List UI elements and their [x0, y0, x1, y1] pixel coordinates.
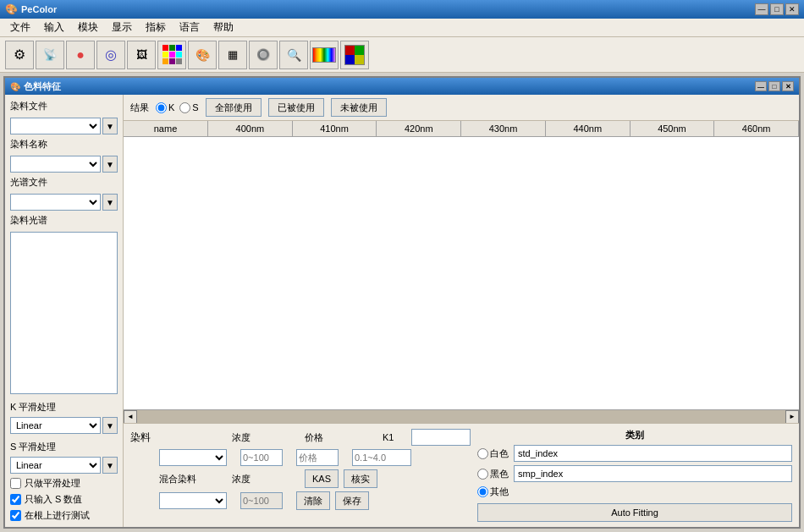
dye-file-dropdown[interactable] — [10, 118, 101, 134]
left-panel: 染料文件 ▼ 染料名称 ▼ 光谱文件 ▼ 染料光谱 K 平滑处理 — [5, 95, 124, 527]
menu-bar: 文件 输入 模块 显示 指标 语言 帮助 — [0, 19, 804, 37]
radio-s-label: S — [192, 102, 198, 112]
radio-k[interactable] — [156, 102, 167, 113]
checkbox-input-s-row: 只输入 S 数值 — [10, 493, 118, 506]
checkbox-smooth-only[interactable] — [10, 478, 21, 489]
right-panel: 结果 K S 全部使用 已被使用 未被使用 — [124, 95, 799, 527]
horizontal-scrollbar[interactable]: ◄ ► — [124, 409, 799, 423]
grid-color-icon[interactable] — [157, 41, 186, 69]
dye-select[interactable] — [159, 449, 227, 466]
sub-maximize-button[interactable]: □ — [768, 81, 780, 91]
menu-module[interactable]: 模块 — [71, 19, 105, 36]
smp-index-input[interactable] — [514, 465, 792, 482]
target-icon[interactable]: ◎ — [96, 41, 125, 69]
color-box-icon[interactable] — [340, 41, 369, 69]
checkbox-test-root[interactable] — [10, 510, 21, 521]
remote-icon[interactable]: 📡 — [36, 41, 64, 69]
mixed-conc-input[interactable] — [240, 492, 283, 509]
radio-black[interactable] — [477, 469, 488, 480]
menu-input[interactable]: 输入 — [37, 19, 71, 36]
clear-button[interactable]: 清除 — [296, 491, 330, 510]
s-smooth-btn[interactable]: ▼ — [102, 457, 118, 474]
dye-file-btn[interactable]: ▼ — [102, 118, 118, 134]
col-460nm: 460nm — [714, 121, 799, 136]
dye-spectrum-label: 染料光谱 — [10, 214, 118, 227]
dye-file-label: 染料文件 — [10, 100, 118, 112]
category-section: 类别 白色 黑色 — [477, 429, 792, 522]
k-smooth-dropdown[interactable]: Linear — [10, 417, 101, 434]
close-button[interactable]: ✕ — [785, 3, 799, 15]
sub-title-controls: — □ ✕ — [755, 81, 794, 91]
radio-s-item: S — [179, 102, 198, 113]
radio-other-item: 其他 — [477, 485, 509, 498]
auto-fitting-button[interactable]: Auto Fitting — [477, 503, 792, 522]
save-button[interactable]: 保存 — [335, 491, 369, 510]
color-wheel-icon[interactable]: 🔘 — [249, 41, 278, 69]
radio-other[interactable] — [477, 486, 488, 497]
k-smooth-label: K 平滑处理 — [10, 401, 118, 414]
mixed-dye-input-row: 清除 保存 — [130, 491, 471, 510]
s-smooth-dropdown[interactable]: Linear — [10, 457, 101, 474]
unused-button[interactable]: 未被使用 — [331, 98, 387, 117]
all-use-button[interactable]: 全部使用 — [206, 98, 262, 117]
sub-window: 🎨 色料特征 — □ ✕ 染料文件 ▼ 染料名称 ▼ — [3, 76, 801, 529]
k-smooth-btn[interactable]: ▼ — [102, 417, 118, 434]
dye-name-btn[interactable]: ▼ — [102, 156, 118, 173]
radio-s[interactable] — [179, 102, 190, 113]
s-smooth-label: S 平滑处理 — [10, 441, 118, 453]
col-430nm: 430nm — [461, 121, 546, 136]
scroll-track[interactable] — [137, 410, 785, 423]
table-body — [124, 137, 799, 403]
verify-button[interactable]: 核实 — [344, 469, 377, 488]
menu-display[interactable]: 显示 — [105, 19, 139, 36]
concentration-input[interactable] — [240, 449, 283, 466]
dye-name-row: ▼ — [10, 156, 118, 173]
radio-white[interactable] — [477, 448, 488, 459]
category-header: 类别 — [477, 429, 792, 442]
maximize-button[interactable]: □ — [770, 3, 784, 15]
col-450nm: 450nm — [631, 121, 715, 136]
menu-language[interactable]: 语言 — [173, 19, 207, 36]
menu-file[interactable]: 文件 — [3, 19, 37, 36]
menu-help[interactable]: 帮助 — [207, 19, 240, 36]
sub-window-icon: 🎨 — [10, 82, 20, 91]
menu-indicator[interactable]: 指标 — [139, 19, 173, 36]
checkbox-input-s-label: 只输入 S 数值 — [25, 493, 82, 506]
used-button[interactable]: 已被使用 — [268, 98, 324, 117]
k1-input[interactable] — [411, 429, 471, 446]
main-content: 🎨 色料特征 — □ ✕ 染料文件 ▼ 染料名称 ▼ — [0, 73, 804, 532]
dye-name-dropdown[interactable] — [10, 156, 101, 173]
circle-red-icon[interactable]: ● — [66, 41, 95, 69]
std-index-input[interactable] — [514, 445, 792, 462]
mixed-dye-header-row: 混合染料 浓度 KAS 核实 — [130, 469, 471, 488]
k1-range-input[interactable] — [352, 449, 411, 466]
app-title: PeColor — [21, 4, 57, 14]
checkbox-smooth-only-row: 只做平滑处理 — [10, 477, 118, 490]
search-icon[interactable]: 🔍 — [279, 41, 308, 69]
scroll-right-arrow[interactable]: ► — [785, 410, 799, 424]
rainbow-bar-icon[interactable] — [310, 41, 339, 69]
photo-icon[interactable]: 🖼 — [127, 41, 156, 69]
scroll-left-arrow[interactable]: ◄ — [124, 410, 137, 424]
minimize-button[interactable]: — — [755, 3, 768, 15]
checkbox-smooth-only-label: 只做平滑处理 — [25, 477, 80, 490]
price-input[interactable] — [296, 449, 339, 466]
spectrum-file-btn[interactable]: ▼ — [102, 194, 118, 211]
sub-close-button[interactable]: ✕ — [782, 81, 794, 91]
checkbox-input-s[interactable] — [10, 494, 21, 505]
s-smooth-row: Linear ▼ — [10, 457, 118, 474]
filter-icon[interactable]: ▦ — [218, 41, 247, 69]
settings-icon[interactable]: ⚙ — [5, 41, 34, 69]
white-row: 白色 — [477, 445, 792, 462]
checkbox-test-root-label: 在根上进行测试 — [25, 509, 90, 522]
dye-header-row: 染料 浓度 价格 K1 — [130, 429, 471, 446]
spectrum-file-dropdown[interactable] — [10, 194, 101, 211]
mixed-dye-select[interactable] — [159, 492, 227, 509]
palette-icon[interactable]: 🎨 — [188, 41, 217, 69]
sub-minimize-button[interactable]: — — [755, 81, 767, 91]
sub-window-title: 色料特征 — [24, 80, 61, 93]
radio-k-label: K — [168, 102, 174, 112]
mixed-conc-label: 浓度 — [232, 473, 252, 485]
checkbox-test-root-row: 在根上进行测试 — [10, 509, 118, 522]
kas-button[interactable]: KAS — [305, 469, 339, 488]
